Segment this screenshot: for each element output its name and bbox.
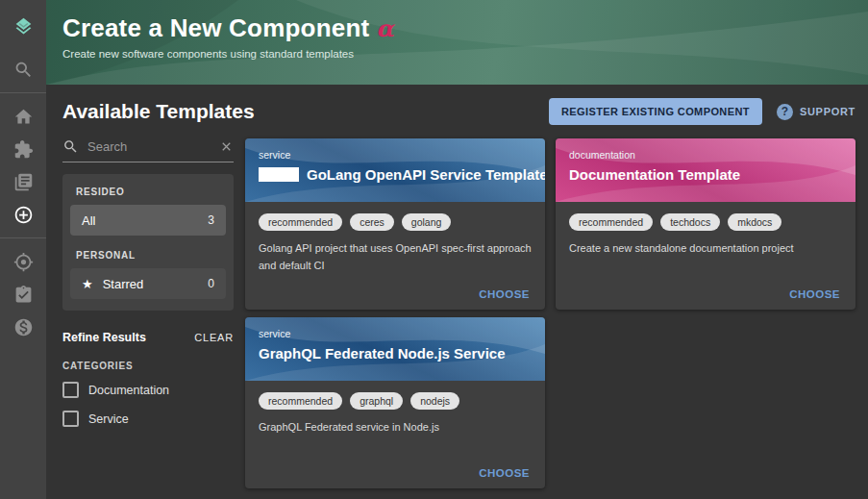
- page-title: Create a New Componentα: [62, 13, 868, 43]
- help-icon: ?: [777, 104, 793, 120]
- sidebar-divider: [0, 92, 46, 93]
- sidebar-item-cost[interactable]: [12, 315, 35, 338]
- search-icon: [62, 138, 79, 155]
- filter-starred-count: 0: [208, 277, 214, 290]
- filter-all-item[interactable]: All 3: [70, 205, 226, 236]
- template-title: GoLang OpenAPI Service Template: [307, 166, 545, 183]
- sidebar-item-tasks[interactable]: [12, 283, 35, 306]
- category-label: Service: [88, 412, 129, 426]
- starred-row-left: ★ Starred: [82, 277, 143, 291]
- filter-all-label: All: [82, 213, 95, 228]
- tag-chip: techdocs: [660, 213, 720, 231]
- sidebar-item-docs[interactable]: [12, 170, 35, 193]
- hero-text: Create a New Componentα Create new softw…: [46, 0, 868, 60]
- tag-chip: graphql: [350, 392, 403, 410]
- sidebar-item-extensions[interactable]: [12, 137, 35, 161]
- template-description: Golang API project that uses OpenAPI spe…: [259, 240, 532, 274]
- refine-results-header: Refine Results CLEAR: [62, 331, 234, 344]
- page-subtitle: Create new software components using sta…: [62, 48, 868, 60]
- sidebar-nav: [0, 0, 46, 499]
- template-card-golang-openapi[interactable]: service GoLang OpenAPI Service Template …: [245, 138, 545, 310]
- sidebar-item-locate[interactable]: [12, 250, 35, 273]
- template-description: GraphQL Federated service in Node.js: [259, 419, 532, 437]
- checkbox-icon[interactable]: [62, 411, 79, 427]
- tag-chip: recommended: [259, 213, 342, 231]
- categories-label: CATEGORIES: [62, 361, 234, 371]
- main-area: Create a New Componentα Create new softw…: [46, 0, 868, 499]
- support-label: SUPPORT: [800, 106, 856, 117]
- tag-chip-list: recommended techdocs mkdocs: [569, 213, 842, 231]
- sidebar-divider: [0, 237, 46, 238]
- category-checkbox-service[interactable]: Service: [62, 411, 234, 427]
- template-title: GraphQL Federated Node.js Service: [259, 345, 505, 362]
- sidebar-search-icon[interactable]: [12, 58, 35, 81]
- template-type-label: service: [259, 328, 532, 339]
- tag-chip: recommended: [569, 213, 653, 231]
- template-logo-placeholder: [259, 167, 299, 182]
- checkbox-icon[interactable]: [62, 382, 79, 398]
- clear-search-icon[interactable]: [219, 139, 234, 154]
- filter-starred-label: Starred: [103, 277, 144, 291]
- filter-panel: RESIDEO All 3 PERSONAL ★ Starred 0: [62, 138, 234, 488]
- personal-section-label: PERSONAL: [76, 250, 226, 261]
- tag-chip: nodejs: [410, 392, 459, 410]
- page-header: Create a New Componentα Create new softw…: [46, 0, 868, 85]
- card-header: service GoLang OpenAPI Service Template: [245, 138, 545, 202]
- choose-button[interactable]: CHOOSE: [789, 288, 840, 300]
- choose-button[interactable]: CHOOSE: [479, 467, 530, 479]
- template-description: Create a new standalone documentation pr…: [569, 240, 842, 258]
- card-body: recommended ceres golang Golang API proj…: [245, 202, 545, 274]
- tag-chip-list: recommended ceres golang: [259, 213, 532, 231]
- template-card-graphql-nodejs[interactable]: service GraphQL Federated Node.js Servic…: [245, 317, 545, 488]
- choose-button[interactable]: CHOOSE: [479, 288, 530, 300]
- card-title-row: GoLang OpenAPI Service Template: [259, 166, 532, 183]
- content-area: Available Templates REGISTER EXISTING CO…: [46, 85, 868, 499]
- page-title-text: Create a New Component: [62, 13, 369, 42]
- template-card-grid: service GoLang OpenAPI Service Template …: [245, 138, 856, 488]
- search-input[interactable]: [86, 138, 215, 155]
- tag-chip: recommended: [259, 392, 342, 410]
- alpha-badge: α: [376, 14, 394, 42]
- card-title-row: GraphQL Federated Node.js Service: [259, 345, 532, 362]
- card-title-row: Documentation Template: [569, 166, 842, 183]
- card-body: recommended techdocs mkdocs Create a new…: [556, 202, 856, 258]
- app-logo-icon[interactable]: [12, 14, 35, 37]
- template-card-documentation[interactable]: documentation Documentation Template rec…: [556, 138, 856, 310]
- search-field: [62, 138, 234, 162]
- tag-chip: golang: [402, 213, 452, 231]
- card-header: documentation Documentation Template: [556, 138, 856, 202]
- content-toolbar: Available Templates REGISTER EXISTING CO…: [62, 98, 856, 125]
- register-existing-component-button[interactable]: REGISTER EXISTING COMPONENT: [549, 98, 762, 125]
- card-body: recommended graphql nodejs GraphQL Feder…: [245, 381, 545, 437]
- toolbar-actions: REGISTER EXISTING COMPONENT ? SUPPORT: [549, 98, 856, 125]
- template-title: Documentation Template: [569, 166, 740, 183]
- app-window: Create a New Componentα Create new softw…: [0, 0, 868, 499]
- template-type-label: service: [259, 149, 532, 161]
- star-icon: ★: [82, 277, 93, 291]
- template-type-label: documentation: [569, 149, 842, 161]
- clear-filters-button[interactable]: CLEAR: [194, 332, 234, 343]
- catalog-scope-menu: RESIDEO All 3 PERSONAL ★ Starred 0: [62, 174, 234, 311]
- section-title: Available Templates: [62, 100, 255, 123]
- filter-all-count: 3: [208, 213, 214, 227]
- content-body: RESIDEO All 3 PERSONAL ★ Starred 0: [62, 138, 856, 488]
- tag-chip-list: recommended graphql nodejs: [259, 392, 532, 410]
- org-section-label: RESIDEO: [76, 187, 226, 197]
- category-checkbox-documentation[interactable]: Documentation: [62, 382, 234, 398]
- sidebar-item-home[interactable]: [12, 105, 35, 128]
- sidebar-item-create[interactable]: [12, 203, 35, 226]
- tag-chip: ceres: [350, 213, 394, 231]
- card-header: service GraphQL Federated Node.js Servic…: [245, 317, 545, 381]
- category-label: Documentation: [88, 384, 169, 397]
- refine-results-title: Refine Results: [62, 331, 146, 344]
- tag-chip: mkdocs: [728, 213, 781, 231]
- filter-starred-item[interactable]: ★ Starred 0: [70, 268, 226, 299]
- support-button[interactable]: ? SUPPORT: [777, 104, 856, 120]
